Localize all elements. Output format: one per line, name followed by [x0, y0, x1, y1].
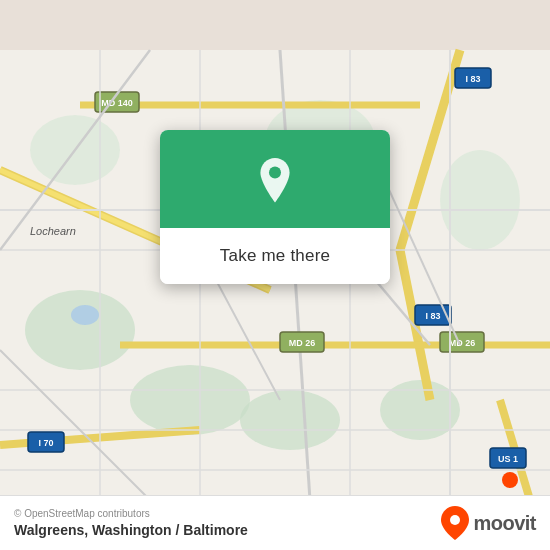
svg-text:I 83: I 83 [425, 311, 440, 321]
svg-text:MD 140: MD 140 [101, 98, 133, 108]
svg-point-47 [502, 472, 518, 488]
svg-point-4 [380, 380, 460, 440]
moovit-logo: moovit [441, 506, 536, 540]
svg-text:I 70: I 70 [38, 438, 53, 448]
svg-text:MD 26: MD 26 [449, 338, 476, 348]
svg-point-1 [25, 290, 135, 370]
svg-text:I 83: I 83 [465, 74, 480, 84]
moovit-pin-icon [441, 506, 469, 540]
svg-point-48 [269, 167, 281, 179]
map-container: MD 140 I 83 I 83 MD 26 MD 26 I 70 US 1 [0, 0, 550, 550]
location-popup: Take me there [160, 130, 390, 284]
popup-header [160, 130, 390, 228]
svg-point-3 [240, 390, 340, 450]
svg-text:MD 26: MD 26 [289, 338, 316, 348]
take-me-there-button[interactable]: Take me there [160, 228, 390, 284]
location-pin-icon [251, 158, 299, 206]
svg-point-7 [440, 150, 520, 250]
svg-text:US 1: US 1 [498, 454, 518, 464]
copyright-text: © OpenStreetMap contributors [14, 508, 248, 519]
svg-text:Lochearn: Lochearn [30, 225, 76, 237]
bottom-bar: © OpenStreetMap contributors Walgreens, … [0, 495, 550, 550]
svg-point-8 [71, 305, 99, 325]
moovit-text: moovit [473, 512, 536, 535]
svg-point-49 [450, 515, 460, 525]
bottom-left-info: © OpenStreetMap contributors Walgreens, … [14, 508, 248, 538]
location-name: Walgreens, Washington / Baltimore [14, 522, 248, 538]
svg-point-2 [130, 365, 250, 435]
